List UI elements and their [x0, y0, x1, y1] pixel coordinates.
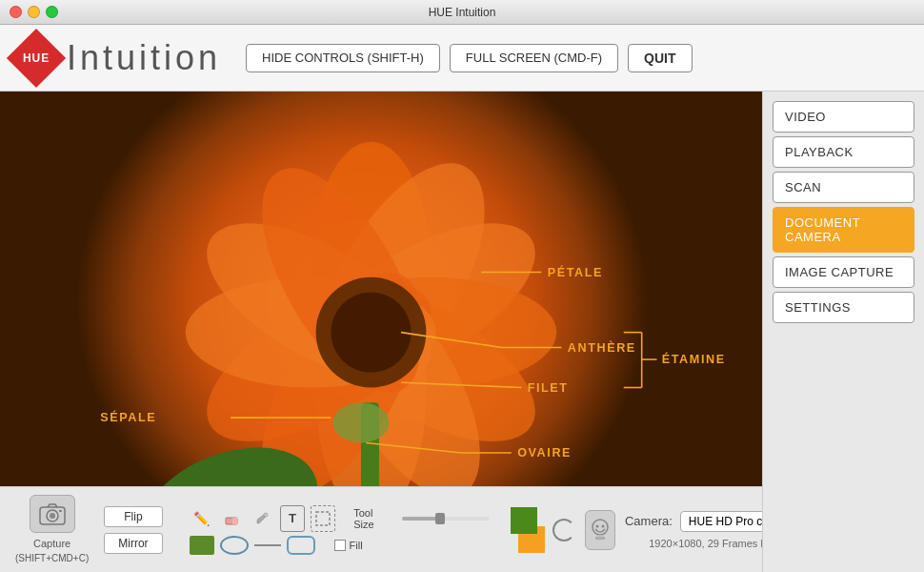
tools-bottom-row: Fill — [190, 536, 490, 555]
camera-label: Camera: — [625, 514, 673, 528]
camera-select-row: Camera: HUE HD Pro camera — [625, 511, 762, 532]
color-picker-tool[interactable] — [250, 505, 274, 532]
pencil-tool[interactable]: ✏️ — [190, 505, 214, 532]
right-sidebar: VIDEO PLAYBACK SCAN DOCUMENT CAMERA IMAG… — [762, 92, 924, 572]
svg-point-48 — [595, 524, 598, 527]
foreground-color-swatch[interactable] — [511, 507, 537, 534]
nav-image-capture-button[interactable]: IMAGE CAPTURE — [773, 256, 914, 288]
nav-scan-button[interactable]: SCAN — [773, 172, 914, 203]
svg-rect-42 — [59, 510, 62, 512]
tools-top-row: ✏️ — [190, 505, 490, 532]
rounded-rect-shape-tool[interactable] — [287, 536, 315, 555]
svg-point-45 — [264, 513, 268, 517]
title-bar: HUE Intuition — [0, 0, 924, 25]
stamp-tool[interactable] — [585, 510, 615, 550]
mirror-button[interactable]: Mirror — [104, 533, 162, 554]
line-shape-tool[interactable] — [254, 536, 281, 555]
capture-button[interactable]: Capture(SHIFT+CMD+C) — [10, 489, 94, 570]
nav-document-camera-button[interactable]: DOCUMENT CAMERA — [773, 207, 914, 253]
fill-checkbox[interactable] — [334, 540, 346, 551]
camera-icon — [30, 495, 75, 533]
camera-select[interactable]: HUE HD Pro camera — [680, 511, 762, 532]
close-button[interactable] — [10, 6, 22, 18]
window-title: HUE Intuition — [429, 6, 496, 19]
bottom-toolbar: Capture(SHIFT+CMD+C) Flip Mirror ✏️ — [0, 486, 762, 572]
rectangle-shape-tool[interactable] — [190, 536, 214, 555]
svg-point-49 — [601, 524, 604, 527]
logo: HUE Intuition — [15, 37, 221, 79]
nav-settings-button[interactable]: SETTINGS — [773, 292, 914, 323]
swap-colors-button[interactable] — [552, 519, 575, 541]
tool-size-label: Tool Size — [353, 507, 392, 530]
oval-shape-tool[interactable] — [220, 536, 249, 555]
hide-controls-button[interactable]: HIDE CONTROLS (SHIFT-H) — [246, 44, 440, 72]
capture-label: Capture(SHIFT+CMD+C) — [15, 537, 89, 564]
nav-playback-button[interactable]: PLAYBACK — [773, 136, 914, 168]
header: HUE Intuition HIDE CONTROLS (SHIFT-H) FU… — [0, 25, 924, 92]
tool-size-slider[interactable] — [402, 517, 490, 521]
eraser-tool[interactable] — [219, 505, 244, 532]
color-swatches — [511, 507, 545, 553]
fill-label: Fill — [350, 540, 363, 551]
app-title: Intuition — [67, 38, 221, 78]
minimize-button[interactable] — [28, 6, 40, 18]
hue-logo-text: HUE — [23, 51, 50, 65]
camera-resolution: 1920×1080, 29 Frames Per Second — [649, 538, 762, 549]
camera-info: Camera: HUE HD Pro camera 1920×1080, 29 … — [625, 511, 762, 549]
hue-logo-diamond: HUE — [7, 28, 66, 87]
quit-button[interactable]: QUIT — [628, 44, 692, 72]
camera-select-wrapper[interactable]: HUE HD Pro camera — [680, 511, 762, 532]
svg-point-41 — [50, 513, 55, 519]
main-layout: PÉTALE ANTHÈRE ÉTAMINE FILET SÉPALE OVAI… — [0, 92, 924, 572]
text-tool[interactable]: T — [280, 505, 305, 532]
camera-area: PÉTALE ANTHÈRE ÉTAMINE FILET SÉPALE OVAI… — [0, 92, 762, 572]
fullscreen-button[interactable]: FULL SCREEN (CMD-F) — [450, 44, 618, 72]
nav-video-button[interactable]: VIDEO — [773, 101, 914, 133]
svg-rect-46 — [316, 512, 330, 525]
svg-rect-44 — [232, 518, 237, 524]
maximize-button[interactable] — [46, 6, 58, 18]
header-buttons: HIDE CONTROLS (SHIFT-H) FULL SCREEN (CMD… — [246, 44, 692, 72]
window-controls[interactable] — [10, 6, 58, 18]
color-section — [505, 507, 575, 553]
drawing-tools: ✏️ — [190, 505, 490, 555]
fill-option: Fill — [334, 540, 363, 551]
selection-tool[interactable] — [311, 505, 335, 532]
flip-button[interactable]: Flip — [104, 506, 162, 527]
flip-mirror-buttons: Flip Mirror — [104, 506, 162, 554]
svg-rect-51 — [597, 535, 603, 538]
